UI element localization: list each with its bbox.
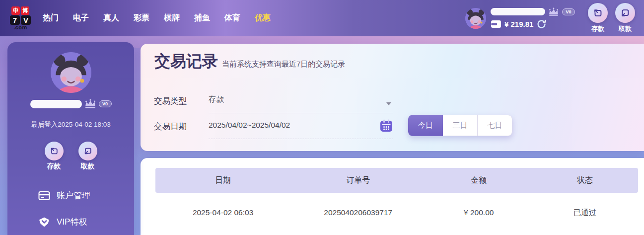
header-user-block: V0 ¥ 219.81	[465, 7, 575, 29]
withdraw-label: 取款	[81, 162, 95, 171]
transaction-table-panel: 日期 订单号 金额 状态 2025-04-02 06:03 2025040206…	[141, 158, 644, 235]
range-button-3days[interactable]: 三日	[443, 115, 478, 136]
transaction-date-input[interactable]: 2025/04/02~2025/04/02	[209, 118, 393, 139]
sidebar-item-label: VIP特权	[57, 216, 87, 228]
nav-item-hot[interactable]: 热门	[43, 13, 59, 23]
column-header-order-no: 订单号	[290, 175, 426, 186]
deposit-button[interactable]: 存款	[588, 3, 608, 33]
column-header-date: 日期	[155, 175, 290, 186]
refresh-balance-icon[interactable]	[536, 19, 547, 29]
deposit-button[interactable]: 存款	[45, 142, 64, 171]
sidebar-quick-actions: 存款 取款	[7, 142, 134, 171]
date-range-button-group: 今日 三日 七日	[408, 115, 512, 136]
cell-order-no: 2025040206039717	[290, 208, 426, 217]
withdraw-icon	[615, 3, 635, 23]
vip-level-badge: V0	[99, 100, 112, 107]
logo-char: 7	[10, 15, 20, 25]
logo-suffix: .com	[13, 25, 27, 30]
balance-amount: ¥ 219.81	[504, 20, 533, 28]
logo-row-mid: 7 V	[10, 15, 31, 25]
sidebar-menu: 账户管理 VIP特权	[7, 190, 134, 228]
cell-date: 2025-04-02 06:03	[155, 208, 290, 217]
bank-card-icon	[38, 191, 50, 201]
range-button-7days[interactable]: 七日	[478, 115, 512, 136]
balance-line: ¥ 219.81	[491, 19, 575, 29]
deposit-icon	[588, 3, 608, 23]
panel-title-row: 交易记录 当前系统支持查询最近7日的交易记录	[154, 51, 345, 73]
transaction-date-label: 交易日期	[154, 121, 187, 132]
brand-logo[interactable]: 申 博 7 V .com	[10, 6, 31, 30]
nav-item-cards[interactable]: 棋牌	[164, 13, 180, 23]
wallet-icon	[491, 20, 501, 28]
deposit-label: 存款	[47, 162, 61, 171]
cell-amount: ¥ 200.00	[426, 208, 532, 217]
vip-crown-icon	[84, 99, 97, 109]
logo-row-top: 申 博	[11, 6, 29, 15]
withdraw-icon	[78, 142, 97, 160]
nav-item-promos[interactable]: 优惠	[255, 13, 271, 23]
header-quick-actions: 存款 取款	[588, 3, 635, 33]
logo-char: 申	[11, 6, 20, 15]
vip-badge-icon	[38, 217, 50, 228]
transaction-type-value: 存款	[209, 94, 224, 105]
nav-item-live[interactable]: 真人	[103, 13, 119, 23]
top-nav: 申 博 7 V .com 热门 电子 真人 彩票 棋牌 捕鱼 体育 优惠	[0, 0, 644, 36]
avatar-illustration	[465, 8, 486, 29]
column-header-amount: 金额	[426, 175, 532, 186]
table-header-row: 日期 订单号 金额 状态	[155, 168, 638, 193]
nav-item-slots[interactable]: 电子	[73, 13, 89, 23]
username-redacted	[30, 100, 82, 108]
chevron-down-icon	[386, 102, 391, 105]
user-avatar[interactable]	[465, 8, 486, 29]
transaction-type-select[interactable]: 存款	[209, 93, 393, 113]
vip-level-badge: V0	[562, 8, 575, 15]
sidebar-avatar[interactable]	[51, 52, 91, 93]
calendar-icon[interactable]	[379, 119, 393, 133]
column-header-status: 状态	[532, 175, 638, 186]
transaction-filter-panel: 交易记录 当前系统支持查询最近7日的交易记录 交易类型 存款 交易日期 2025…	[141, 44, 644, 151]
sidebar-item-vip-privileges[interactable]: VIP特权	[38, 216, 134, 228]
transaction-type-label: 交易类型	[154, 96, 187, 107]
username-line: V0	[491, 7, 575, 16]
deposit-label: 存款	[591, 24, 604, 33]
user-info: V0 ¥ 219.81	[491, 7, 575, 29]
withdraw-button[interactable]: 取款	[78, 142, 97, 171]
cell-status: 已通过	[532, 208, 638, 218]
withdraw-label: 取款	[619, 24, 632, 33]
range-button-today[interactable]: 今日	[408, 115, 443, 136]
deposit-icon	[45, 142, 64, 160]
logo-char: 博	[21, 6, 29, 15]
transaction-date-value: 2025/04/02~2025/04/02	[209, 121, 290, 130]
last-login-text: 最后登入2025-04-02 18:03	[7, 120, 134, 129]
page-subtitle: 当前系统支持查询最近7日的交易记录	[222, 60, 345, 69]
vip-crown-icon	[548, 7, 560, 16]
avatar-illustration	[51, 52, 91, 93]
account-sidebar: V0 最后登入2025-04-02 18:03 存款	[7, 42, 134, 235]
sidebar-item-label: 账户管理	[57, 190, 90, 201]
main-menu: 热门 电子 真人 彩票 棋牌 捕鱼 体育 优惠	[43, 13, 271, 23]
withdraw-button[interactable]: 取款	[615, 3, 635, 33]
nav-item-sports[interactable]: 体育	[224, 13, 240, 23]
logo-char: V	[21, 15, 31, 25]
username-redacted	[491, 8, 545, 15]
nav-item-lottery[interactable]: 彩票	[134, 13, 149, 23]
page: 申 博 7 V .com 热门 电子 真人 彩票 棋牌 捕鱼 体育 优惠	[0, 0, 644, 235]
sidebar-username-line: V0	[7, 99, 134, 109]
table-row: 2025-04-02 06:03 2025040206039717 ¥ 200.…	[155, 202, 638, 224]
sidebar-item-account-management[interactable]: 账户管理	[38, 190, 134, 201]
page-title: 交易记录	[154, 51, 218, 73]
nav-item-fishing[interactable]: 捕鱼	[194, 13, 210, 23]
